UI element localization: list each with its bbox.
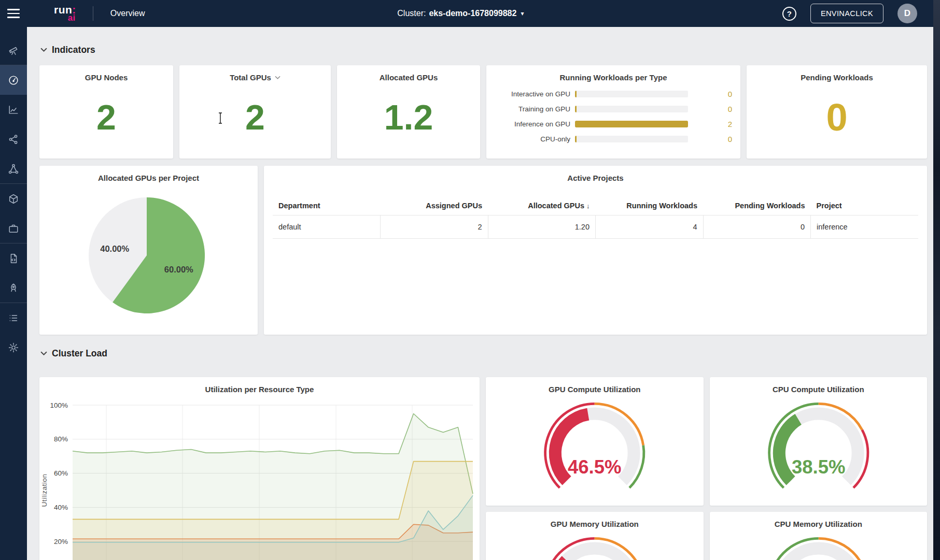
- workload-label: Inference on GPU: [495, 120, 570, 128]
- area-chart-svg: 20%40%60%80%100%Utilization: [39, 396, 480, 560]
- allocated-gpus-pie-chart: 60.00%40.00%: [39, 182, 258, 322]
- gauge-track: [779, 549, 858, 560]
- workload-value: 0: [728, 105, 732, 113]
- column-header-department[interactable]: Department: [273, 196, 381, 216]
- allocated-gpus-per-project-card: Allocated GPUs per Project 60.00%40.00%: [39, 166, 258, 335]
- section-header-cluster-load[interactable]: Cluster Load: [39, 335, 927, 369]
- pie-slice-label: 60.00%: [164, 265, 193, 274]
- gpu-nodes-value: 2: [39, 82, 173, 159]
- cell-allocated-gpus: 1.20: [488, 216, 596, 239]
- sidebar-item-templates[interactable]: [0, 243, 27, 273]
- section-header-indicators[interactable]: Indicators: [39, 27, 927, 65]
- workload-bar-row: Inference on GPU 2: [486, 117, 740, 132]
- gauge-svg: [714, 529, 923, 560]
- gpu-compute-utilization-card: GPU Compute Utilization 46.5%: [486, 377, 704, 506]
- column-header-text: Allocated GPUs: [528, 202, 584, 210]
- column-header-assigned-gpus[interactable]: Assigned GPUs: [381, 196, 488, 216]
- briefcase-icon: [8, 223, 19, 234]
- y-tick-label: 100%: [50, 401, 68, 409]
- sidebar-item-pipelines[interactable]: [0, 154, 27, 183]
- active-projects-table: Department Assigned GPUs Allocated GPUs↓…: [273, 196, 918, 239]
- sidebar-item-deployments[interactable]: [0, 273, 27, 303]
- sidebar-item-dashboard[interactable]: [0, 65, 27, 95]
- cell-pending-workloads: 0: [703, 216, 811, 239]
- workload-bar-fill: [575, 121, 688, 127]
- sidebar-item-share-graph[interactable]: [0, 124, 27, 154]
- workload-value: 0: [728, 90, 732, 98]
- sidebar-item-analytics[interactable]: [0, 95, 27, 124]
- utilization-chart-card: Utilization per Resource Type 20%40%60%8…: [39, 377, 480, 560]
- pie-svg: 60.00%40.00%: [39, 183, 258, 322]
- total-gpus-card: Total GPUs 2: [179, 65, 331, 159]
- cube-icon: [8, 193, 19, 205]
- workload-bar-fill: [575, 106, 577, 112]
- workload-bar-track: [575, 106, 688, 112]
- active-projects-card: Active Projects Department Assigned GPUs…: [264, 166, 927, 335]
- cluster-label: Cluster:: [397, 9, 426, 18]
- card-title: Allocated GPUs per Project: [39, 166, 258, 182]
- triangle-network-icon: [8, 163, 19, 175]
- card-title: Pending Workloads: [747, 65, 927, 82]
- chevron-down-icon: [40, 351, 47, 356]
- chevron-down-icon: ▾: [521, 10, 524, 17]
- card-title: Running Workloads per Type: [486, 65, 740, 82]
- workload-label: Interactive on GPU: [495, 90, 570, 98]
- table-row[interactable]: default 2 1.20 4 0 inference: [273, 216, 918, 239]
- column-header-allocated-gpus[interactable]: Allocated GPUs↓: [488, 196, 596, 216]
- screen-right-edge: [933, 0, 940, 560]
- gauge-svg: 38.5%: [714, 395, 923, 498]
- top-navigation-bar: run: ai Overview Cluster: eks-demo-16780…: [0, 0, 940, 27]
- page-title: Overview: [110, 9, 145, 18]
- cell-assigned-gpus: 2: [381, 216, 488, 239]
- cluster-selector[interactable]: Cluster: eks-demo-1678099882 ▾: [397, 9, 524, 18]
- share-network-icon: [8, 134, 19, 145]
- allocated-gpus-card: Allocated GPUs 1.2: [337, 65, 480, 159]
- card-title: Utilization per Resource Type: [39, 377, 480, 394]
- cpu-compute-gauge: 38.5%: [710, 394, 928, 506]
- column-header-project[interactable]: Project: [811, 196, 919, 216]
- pending-workloads-card: Pending Workloads 0: [747, 65, 927, 159]
- chevron-down-icon: [40, 48, 47, 52]
- sidebar-navigation: [0, 27, 27, 560]
- gauge-value-label: 46.5%: [568, 456, 622, 478]
- workload-label: Training on GPU: [495, 105, 570, 113]
- cell-running-workloads: 4: [596, 216, 704, 239]
- gauge-track: [555, 549, 634, 560]
- sidebar-item-workloads[interactable]: [0, 213, 27, 243]
- workload-bar-track: [575, 136, 688, 142]
- account-button[interactable]: ENVINACLICK: [810, 4, 883, 23]
- card-title: Total GPUs: [179, 65, 331, 82]
- section-title: Cluster Load: [52, 348, 107, 359]
- cell-department: default: [273, 216, 381, 239]
- gauge-svg: [490, 529, 699, 560]
- gauge-dashboard-icon: [8, 75, 19, 86]
- column-header-pending-workloads[interactable]: Pending Workloads: [703, 196, 811, 216]
- workload-bar-row: CPU-only 0: [486, 132, 740, 147]
- card-title: GPU Memory Utilization: [486, 512, 704, 528]
- gpu-nodes-card: GPU Nodes 2: [39, 65, 173, 159]
- sidebar-item-models[interactable]: [0, 184, 27, 213]
- allocated-gpus-value: 1.2: [337, 82, 480, 159]
- line-chart-icon: [8, 104, 19, 116]
- workload-bar-fill: [575, 136, 577, 142]
- sidebar-item-nodes[interactable]: [0, 303, 27, 333]
- card-title: CPU Memory Utilization: [710, 512, 928, 528]
- section-title: Indicators: [52, 45, 95, 55]
- workload-value: 0: [728, 135, 732, 143]
- sidebar-item-telescope[interactable]: [0, 35, 27, 65]
- cpu-compute-utilization-card: CPU Compute Utilization 38.5%: [710, 377, 928, 506]
- avatar[interactable]: D: [897, 4, 917, 23]
- card-title: Allocated GPUs: [337, 65, 480, 82]
- hamburger-menu-icon[interactable]: [0, 0, 27, 27]
- gpu-memory-gauge: [486, 528, 704, 560]
- running-workloads-card: Running Workloads per Type Interactive o…: [486, 65, 740, 159]
- sort-descending-icon: ↓: [586, 202, 590, 210]
- workload-bar-track: [575, 121, 688, 127]
- pie-slice-label: 40.00%: [100, 244, 129, 253]
- chevron-down-icon[interactable]: [275, 76, 280, 80]
- sidebar-item-settings[interactable]: [0, 333, 27, 362]
- help-icon[interactable]: ?: [782, 7, 796, 21]
- cpu-memory-utilization-card: CPU Memory Utilization: [710, 512, 928, 560]
- column-header-running-workloads[interactable]: Running Workloads: [596, 196, 704, 216]
- card-title: CPU Compute Utilization: [710, 377, 928, 394]
